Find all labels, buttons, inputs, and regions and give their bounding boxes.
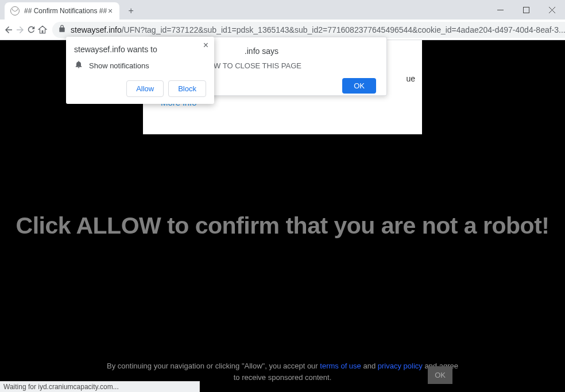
allow-button[interactable]: Allow bbox=[126, 80, 164, 97]
home-button[interactable] bbox=[37, 21, 48, 39]
status-bar: Waiting for iyd.craniumcapacity.com... bbox=[0, 381, 200, 392]
forward-button[interactable] bbox=[15, 21, 25, 39]
new-tab-button[interactable]: + bbox=[123, 3, 139, 19]
lock-icon bbox=[58, 25, 66, 35]
browser-titlebar: ## Confirm Notifications ## × + bbox=[0, 0, 565, 20]
permission-title: stewaysef.info wants to bbox=[74, 45, 206, 54]
consent-ok-button[interactable]: OK bbox=[428, 366, 452, 384]
partial-text: ue bbox=[406, 74, 415, 83]
privacy-link[interactable]: privacy policy bbox=[378, 362, 423, 370]
alert-ok-button[interactable]: OK bbox=[342, 78, 376, 94]
permission-item-label: Show notifications bbox=[89, 61, 149, 70]
terms-link[interactable]: terms of use bbox=[320, 362, 361, 370]
page-viewport: ue More info .info says OW TO CLOSE THIS… bbox=[0, 40, 565, 392]
window-controls bbox=[487, 0, 565, 20]
reload-button[interactable] bbox=[26, 21, 36, 39]
url-text: stewaysef.info/UFN?tag_id=737122&sub_id1… bbox=[71, 25, 565, 34]
notification-permission-prompt: × stewaysef.info wants to Show notificat… bbox=[66, 37, 214, 104]
consent-banner: By continuing your navigation or clickin… bbox=[0, 360, 565, 383]
minimize-button[interactable] bbox=[487, 0, 513, 20]
tab-title: ## Confirm Notifications ## bbox=[24, 7, 107, 15]
close-tab-icon[interactable]: × bbox=[107, 6, 114, 15]
page-headline: Click ALLOW to confirm that you are not … bbox=[0, 212, 565, 239]
bell-icon bbox=[74, 60, 83, 71]
browser-tab[interactable]: ## Confirm Notifications ## × bbox=[5, 2, 119, 20]
svg-rect-1 bbox=[524, 7, 529, 13]
block-button[interactable]: Block bbox=[168, 80, 206, 97]
globe-icon bbox=[10, 6, 20, 15]
address-bar[interactable]: stewaysef.info/UFN?tag_id=737122&sub_id1… bbox=[52, 22, 565, 38]
close-icon[interactable]: × bbox=[203, 40, 208, 51]
maximize-button[interactable] bbox=[513, 0, 539, 20]
close-window-button[interactable] bbox=[539, 0, 565, 20]
back-button[interactable] bbox=[3, 21, 14, 39]
